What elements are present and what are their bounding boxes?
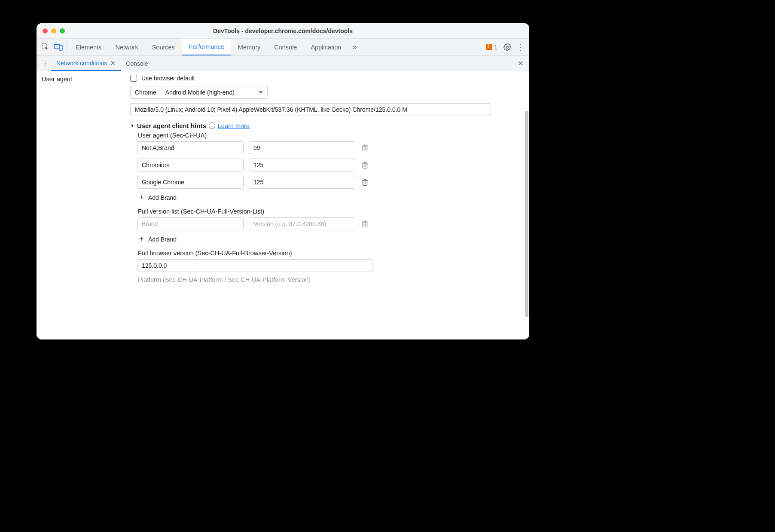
tab-network[interactable]: Network bbox=[108, 39, 145, 55]
brand-row bbox=[137, 141, 522, 154]
warning-icon bbox=[486, 44, 492, 50]
add-brand-label: Add Brand bbox=[148, 194, 177, 201]
plus-icon: + bbox=[138, 235, 145, 244]
use-browser-default-label: Use browser default bbox=[141, 75, 195, 82]
add-fvl-brand-button[interactable]: + Add Brand bbox=[138, 235, 522, 244]
drawer-tabbar: ⋮ Network conditions ✕ Console ✕ bbox=[37, 56, 529, 71]
titlebar: DevTools - developer.chrome.com/docs/dev… bbox=[37, 23, 529, 39]
client-hints-header[interactable]: ▼ User agent client hints i Learn more bbox=[130, 122, 522, 129]
platform-label-partial: Platform (Sec-CH-UA-Platform / Sec-CH-UA… bbox=[138, 276, 522, 283]
close-window-button[interactable] bbox=[43, 28, 48, 34]
fvl-version-input[interactable] bbox=[249, 217, 355, 230]
delete-brand-icon[interactable] bbox=[360, 144, 369, 152]
add-brand-button[interactable]: + Add Brand bbox=[138, 193, 522, 202]
full-browser-version-label: Full browser version (Sec-CH-UA-Full-Bro… bbox=[138, 250, 522, 257]
drawer-tab-label: Console bbox=[126, 60, 148, 67]
warnings-count: 1 bbox=[494, 44, 497, 51]
svg-point-3 bbox=[506, 46, 509, 48]
tab-memory[interactable]: Memory bbox=[231, 39, 267, 55]
svg-rect-6 bbox=[363, 180, 367, 186]
window-controls bbox=[37, 28, 65, 34]
brand-version-input[interactable] bbox=[249, 159, 355, 171]
window-title: DevTools - developer.chrome.com/docs/dev… bbox=[37, 28, 529, 34]
svg-rect-4 bbox=[363, 146, 367, 151]
brand-name-input[interactable] bbox=[137, 159, 244, 171]
more-tabs-icon[interactable]: » bbox=[348, 39, 361, 55]
fvl-brand-input[interactable] bbox=[137, 217, 244, 230]
drawer-tab-label: Network conditions bbox=[56, 60, 107, 67]
zoom-window-button[interactable] bbox=[60, 28, 65, 34]
plus-icon: + bbox=[138, 193, 145, 202]
delete-brand-icon[interactable] bbox=[360, 178, 369, 187]
scrollbar-thumb[interactable] bbox=[525, 111, 528, 317]
kebab-menu-icon[interactable]: ⋮ bbox=[514, 39, 527, 55]
brand-row bbox=[137, 159, 522, 171]
minimize-window-button[interactable] bbox=[51, 28, 56, 34]
delete-fvl-icon[interactable] bbox=[360, 220, 369, 228]
svg-rect-7 bbox=[363, 222, 367, 227]
brand-row bbox=[137, 176, 522, 189]
full-version-list-label: Full version list (Sec-CH-UA-Full-Versio… bbox=[138, 208, 522, 215]
info-icon[interactable]: i bbox=[209, 122, 215, 129]
drawer-tab-console[interactable]: Console bbox=[121, 56, 153, 71]
user-agent-section-label: User agent bbox=[42, 76, 125, 83]
drawer-content: User agent Use browser default Chrome — … bbox=[37, 71, 529, 339]
divider bbox=[67, 42, 67, 52]
section-label-column: User agent bbox=[37, 71, 130, 339]
use-browser-default-checkbox[interactable] bbox=[130, 75, 137, 82]
settings-icon[interactable] bbox=[501, 39, 514, 55]
tab-application[interactable]: Application bbox=[304, 39, 348, 55]
brand-version-input[interactable] bbox=[249, 141, 355, 154]
devtools-window: DevTools - developer.chrome.com/docs/dev… bbox=[37, 23, 529, 339]
drawer-kebab-icon[interactable]: ⋮ bbox=[39, 56, 51, 71]
delete-brand-icon[interactable] bbox=[360, 161, 369, 169]
user-agent-select[interactable]: Chrome — Android Mobile (high-end) bbox=[130, 86, 268, 99]
main-tabbar: Elements Network Sources Performance Mem… bbox=[37, 39, 529, 56]
warnings-indicator[interactable]: 1 bbox=[483, 39, 501, 55]
device-toolbar-icon[interactable] bbox=[52, 39, 65, 55]
full-browser-version-input[interactable] bbox=[137, 259, 372, 272]
brand-name-input[interactable] bbox=[137, 176, 244, 189]
brand-name-input[interactable] bbox=[137, 141, 244, 154]
svg-rect-5 bbox=[363, 163, 367, 168]
tab-elements[interactable]: Elements bbox=[69, 39, 108, 55]
user-agent-string-input[interactable] bbox=[130, 103, 491, 116]
disclosure-triangle-icon: ▼ bbox=[130, 123, 134, 128]
close-tab-icon[interactable]: ✕ bbox=[110, 60, 116, 67]
add-brand-label: Add Brand bbox=[148, 236, 177, 243]
drawer-tab-network-conditions[interactable]: Network conditions ✕ bbox=[51, 56, 121, 71]
tab-console[interactable]: Console bbox=[267, 39, 304, 55]
tab-sources[interactable]: Sources bbox=[145, 39, 182, 55]
close-drawer-icon[interactable]: ✕ bbox=[514, 56, 527, 71]
client-hints-title: User agent client hints bbox=[137, 122, 206, 129]
tab-performance[interactable]: Performance bbox=[182, 39, 231, 55]
learn-more-link[interactable]: Learn more bbox=[218, 122, 250, 129]
brand-version-input[interactable] bbox=[249, 176, 355, 189]
full-version-row bbox=[137, 217, 522, 230]
user-agent-settings: Use browser default Chrome — Android Mob… bbox=[130, 71, 529, 339]
inspect-element-icon[interactable] bbox=[39, 39, 52, 55]
svg-rect-2 bbox=[59, 46, 62, 50]
sec-ch-ua-label: User agent (Sec-CH-UA) bbox=[138, 132, 522, 139]
